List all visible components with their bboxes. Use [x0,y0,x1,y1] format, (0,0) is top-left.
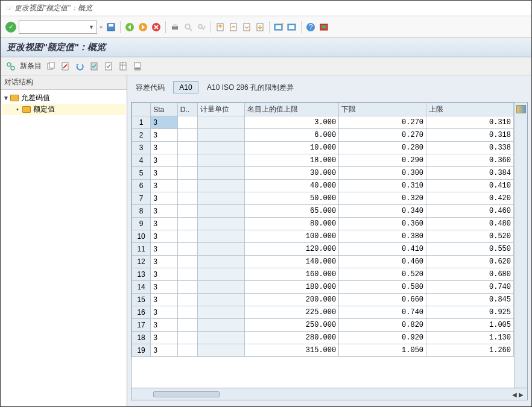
cell-unit[interactable] [198,192,245,205]
col-upper-nominal[interactable]: 名目上的值上限 [245,103,339,116]
cell-lower[interactable]: 0.660 [339,294,426,306]
cell-upper[interactable]: 0.520 [426,230,514,243]
row-number[interactable]: 16 [132,306,151,319]
cell-d[interactable] [177,243,197,256]
cell-sta[interactable]: 3 [151,319,178,332]
enter-icon[interactable]: ✓ [5,22,16,33]
chevron-left-icon[interactable]: « [100,24,103,30]
cell-lower[interactable]: 0.320 [339,192,426,205]
scroll-left-icon[interactable]: ◀ [512,391,517,398]
table-row[interactable]: 236.0000.2700.318 [132,129,514,142]
cell-unit[interactable] [198,218,245,230]
cell-sta[interactable]: 3 [151,167,178,180]
cell-upper-nominal[interactable]: 65.000 [245,205,339,218]
cell-lower[interactable]: 0.410 [339,243,426,256]
cell-sta[interactable]: 3 [151,243,178,256]
row-number[interactable]: 12 [132,256,151,268]
cell-d[interactable] [177,281,197,294]
select-all-icon[interactable] [89,61,100,72]
cell-upper-nominal[interactable]: 40.000 [245,180,339,192]
cell-lower[interactable]: 0.340 [339,205,426,218]
cell-upper-nominal[interactable]: 180.000 [245,281,339,294]
row-number[interactable]: 4 [132,154,151,167]
table-row[interactable]: 103100.0000.3800.520 [132,230,514,243]
cell-upper[interactable]: 0.318 [426,129,514,142]
cell-upper[interactable]: 0.480 [426,218,514,230]
scroll-thumb[interactable] [153,391,220,397]
next-page-icon[interactable] [241,22,252,33]
help-icon[interactable]: ? [305,22,316,33]
cell-upper-nominal[interactable]: 18.000 [245,154,339,167]
save-icon[interactable] [106,22,116,33]
cell-d[interactable] [177,294,197,306]
first-page-icon[interactable] [215,22,226,33]
cell-lower[interactable]: 0.310 [339,180,426,192]
cell-upper-nominal[interactable]: 120.000 [245,243,339,256]
cell-upper[interactable]: 1.005 [426,319,514,332]
cell-upper[interactable]: 0.420 [426,192,514,205]
cancel-icon[interactable] [151,22,162,33]
col-upper[interactable]: 上限 [426,103,514,116]
cell-lower[interactable]: 0.280 [339,142,426,154]
cell-lower[interactable]: 0.520 [339,268,426,281]
table-row[interactable]: 4318.0000.2900.360 [132,154,514,167]
cell-upper[interactable]: 0.360 [426,154,514,167]
cell-lower[interactable]: 0.360 [339,218,426,230]
cell-d[interactable] [177,205,197,218]
cell-upper[interactable]: 0.410 [426,180,514,192]
delete-icon[interactable] [60,61,71,72]
row-number[interactable]: 19 [132,344,151,357]
table-row[interactable]: 5330.0000.3000.384 [132,167,514,180]
cell-unit[interactable] [198,332,245,344]
cell-upper-nominal[interactable]: 315.000 [245,344,339,357]
cell-upper-nominal[interactable]: 160.000 [245,268,339,281]
cell-lower[interactable]: 0.920 [339,332,426,344]
cell-upper-nominal[interactable]: 80.000 [245,218,339,230]
table-settings-icon[interactable] [118,61,128,72]
cell-d[interactable] [177,167,197,180]
cell-unit[interactable] [198,294,245,306]
table-row[interactable]: 183280.0000.9201.130 [132,332,514,344]
find-icon[interactable] [183,22,194,33]
row-number[interactable]: 14 [132,281,151,294]
expand-icon[interactable] [5,61,16,72]
cell-lower[interactable]: 0.270 [339,129,426,142]
cell-upper-nominal[interactable]: 100.000 [245,230,339,243]
col-sta[interactable]: Sta [151,103,178,116]
new-entry-button[interactable]: 新条目 [20,61,42,71]
cell-upper-nominal[interactable]: 50.000 [245,192,339,205]
cell-d[interactable] [177,230,197,243]
table-row[interactable]: 123140.0000.4600.620 [132,256,514,268]
cell-sta[interactable]: 3 [151,180,178,192]
cell-d[interactable] [177,306,197,319]
table-row[interactable]: 9380.0000.3600.480 [132,218,514,230]
cell-upper[interactable]: 0.460 [426,205,514,218]
cell-upper[interactable]: 1.260 [426,344,514,357]
table-row[interactable]: 7350.0000.3200.420 [132,192,514,205]
cell-lower[interactable]: 1.050 [339,344,426,357]
row-header-col[interactable] [132,103,151,116]
cell-upper-nominal[interactable]: 225.000 [245,306,339,319]
cell-d[interactable] [177,192,197,205]
cell-d[interactable] [177,218,197,230]
layout-icon[interactable] [287,22,297,33]
cell-lower[interactable]: 0.380 [339,230,426,243]
cell-sta[interactable]: 3 [151,205,178,218]
cell-sta[interactable]: 3 [151,218,178,230]
table-row[interactable]: 163225.0000.7400.925 [132,306,514,319]
print-icon[interactable] [169,22,180,33]
cell-sta[interactable]: 3 [151,294,178,306]
undo-icon[interactable] [74,61,85,72]
cell-upper-nominal[interactable]: 140.000 [245,256,339,268]
cell-d[interactable] [177,154,197,167]
cell-lower[interactable]: 0.580 [339,281,426,294]
row-number[interactable]: 13 [132,268,151,281]
cell-upper-nominal[interactable]: 6.000 [245,129,339,142]
table-scroll[interactable]: Sta D.. 计量单位 名目上的值上限 下限 上限 133.0000.2700… [131,103,514,388]
cell-unit[interactable] [198,256,245,268]
table-row[interactable]: 153200.0000.6600.845 [132,294,514,306]
cell-sta[interactable]: 3 [151,306,178,319]
data-table[interactable]: Sta D.. 计量单位 名目上的值上限 下限 上限 133.0000.2700… [131,103,514,357]
row-number[interactable]: 5 [132,167,151,180]
horizontal-scrollbar[interactable]: ◀ ▶ [131,388,528,400]
